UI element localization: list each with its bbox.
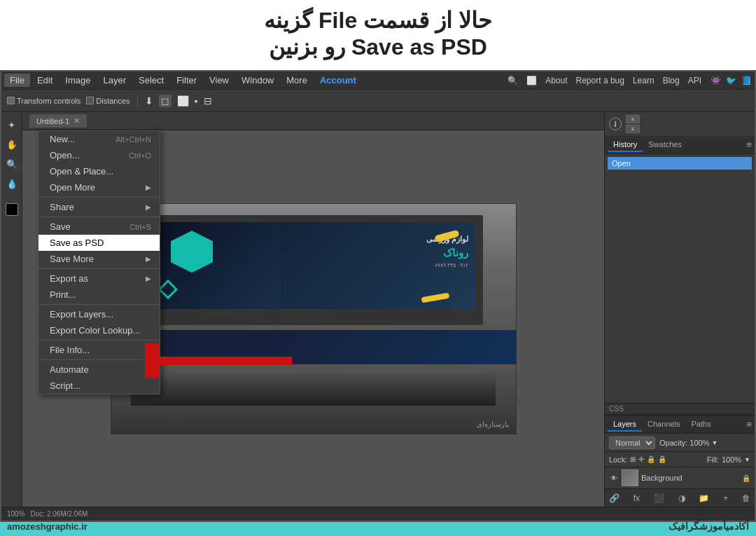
- layer-mask-icon[interactable]: ⬛: [654, 493, 664, 503]
- fm-open[interactable]: Open... Ctrl+O: [38, 147, 160, 163]
- panel-action-2[interactable]: ≡: [626, 125, 640, 133]
- search-icon[interactable]: 🔍: [507, 76, 518, 85]
- menu-more[interactable]: More: [281, 74, 313, 87]
- layer-add-icon[interactable]: +: [723, 493, 728, 503]
- twitter-icon[interactable]: 🐦: [725, 75, 736, 86]
- tab-channels[interactable]: Channels: [642, 418, 685, 432]
- history-panel-options[interactable]: ≡: [746, 139, 752, 150]
- canvas-tab-item[interactable]: Untitled-1 ✕: [29, 114, 87, 128]
- menu-filter[interactable]: Filter: [171, 74, 202, 87]
- blend-mode-select[interactable]: Normal: [609, 437, 655, 449]
- lock-artboard-icon[interactable]: 🔒: [647, 455, 655, 463]
- lock-icon-layer: 🔒: [742, 474, 750, 482]
- tab-layers[interactable]: Layers: [608, 418, 642, 432]
- download-icon[interactable]: ⬇: [145, 95, 153, 106]
- fm-export-color[interactable]: Export Color Lookup...: [38, 322, 160, 338]
- nav-about[interactable]: About: [545, 76, 567, 85]
- menu-file[interactable]: File: [4, 74, 30, 87]
- layer-name: Background: [641, 474, 682, 482]
- fm-new[interactable]: New... Alt+Ctrl+N: [38, 131, 160, 147]
- layer-link-icon[interactable]: 🔗: [609, 493, 620, 503]
- panel-action-1[interactable]: ≡: [626, 115, 640, 123]
- layer-folder-icon[interactable]: 📁: [699, 493, 709, 503]
- nav-report-bug[interactable]: Report a bug: [576, 76, 624, 85]
- history-item-open[interactable]: Open: [608, 157, 752, 170]
- layer-item-background[interactable]: 👁 Background 🔒: [605, 467, 755, 488]
- layer-delete-icon[interactable]: 🗑: [742, 493, 750, 503]
- nav-learn[interactable]: Learn: [633, 76, 654, 85]
- transform-controls-checkbox[interactable]: Transform controls: [7, 97, 80, 105]
- fm-print[interactable]: Print...: [38, 287, 160, 303]
- fm-export-color-label: Export Color Lookup...: [50, 325, 140, 336]
- menu-window[interactable]: Window: [236, 74, 279, 87]
- fm-open-more-arrow: ▶: [146, 184, 151, 191]
- canvas-tab-close[interactable]: ✕: [74, 116, 80, 125]
- lock-all-icon[interactable]: 🔒: [658, 455, 666, 463]
- tab-paths[interactable]: Paths: [686, 418, 717, 432]
- hand-tool[interactable]: ✋: [4, 136, 20, 153]
- menu-view[interactable]: View: [204, 74, 234, 87]
- fm-export-as[interactable]: Export as ▶: [38, 270, 160, 287]
- fill-arrow[interactable]: ▼: [744, 456, 750, 463]
- tab-swatches[interactable]: Swatches: [643, 138, 687, 152]
- canvas-tab-name: Untitled-1: [36, 117, 69, 125]
- layer-bottom-bar: 🔗 fx ⬛ ◑ 📁 + 🗑: [605, 488, 755, 507]
- distribute-icon[interactable]: ⊟: [204, 95, 212, 106]
- menu-select[interactable]: Select: [133, 74, 169, 87]
- fm-sep3: [38, 268, 160, 269]
- info-circle-icon[interactable]: ℹ: [609, 118, 622, 130]
- layer-thumbnail: [622, 469, 638, 486]
- menu-layer[interactable]: Layer: [98, 74, 132, 87]
- document-info: Doc: 2.06M/2.06M: [31, 510, 88, 518]
- fm-print-label: Print...: [50, 289, 76, 300]
- fm-file-info[interactable]: File Info...: [38, 342, 160, 358]
- fm-script[interactable]: Script...: [38, 378, 160, 394]
- fm-open-place[interactable]: Open & Place...: [38, 163, 160, 179]
- fm-export-layers[interactable]: Export Layers...: [38, 306, 160, 322]
- layer-visibility-toggle[interactable]: 👁: [609, 473, 619, 483]
- lock-checkerboard-icon[interactable]: ⊞: [630, 455, 636, 463]
- zoom-tool[interactable]: 🔍: [4, 156, 20, 172]
- layers-controls: Normal Opacity: 100% ▼: [605, 434, 755, 452]
- lock-move-icon[interactable]: ✛: [638, 455, 644, 463]
- opacity-arrow[interactable]: ▼: [712, 439, 718, 446]
- layer-adjustments-icon[interactable]: ◑: [678, 493, 685, 503]
- menu-account[interactable]: Account: [314, 74, 362, 87]
- opacity-value[interactable]: 100%: [690, 439, 709, 447]
- fm-open-more[interactable]: Open More ▶: [38, 179, 160, 195]
- fm-new-shortcut: Alt+Ctrl+N: [115, 135, 151, 144]
- history-panel-content: Open: [605, 154, 755, 403]
- fm-save-more[interactable]: Save More ▶: [38, 251, 160, 267]
- fill-value[interactable]: 100%: [722, 455, 741, 464]
- fm-save-as-psd[interactable]: Save as PSD: [38, 235, 160, 251]
- distances-label: Distances: [96, 97, 130, 105]
- history-swatches-tab-group: History Swatches: [608, 138, 687, 152]
- reddit-icon[interactable]: 👾: [710, 75, 721, 86]
- align-left-icon[interactable]: ◻: [159, 95, 172, 107]
- file-menu-dropdown: New... Alt+Ctrl+N Open... Ctrl+O Open & …: [38, 130, 160, 394]
- menu-image[interactable]: Image: [59, 74, 96, 87]
- align-right-icon[interactable]: ▪: [195, 95, 198, 106]
- align-center-icon[interactable]: ⬜: [177, 95, 189, 106]
- footer-left: amozeshgraphic.ir: [7, 521, 88, 532]
- fm-automate[interactable]: Automate ▶: [38, 362, 160, 378]
- fm-export-layers-label: Export Layers...: [50, 309, 113, 319]
- fm-share[interactable]: Share ▶: [38, 199, 160, 215]
- foreground-color[interactable]: [6, 203, 18, 216]
- lock-label: Lock:: [609, 455, 627, 464]
- distances-checkbox[interactable]: Distances: [86, 97, 130, 105]
- layers-panel-options[interactable]: ≡: [746, 419, 752, 430]
- history-swatches-tabs: History Swatches ≡: [605, 136, 755, 154]
- facebook-icon[interactable]: 📘: [741, 75, 752, 86]
- nav-api[interactable]: API: [688, 76, 701, 85]
- fm-file-info-label: File Info...: [50, 345, 90, 355]
- nav-blog[interactable]: Blog: [663, 76, 680, 85]
- fm-save[interactable]: Save Ctrl+S: [38, 219, 160, 235]
- eyedropper-tool[interactable]: 💧: [4, 175, 20, 192]
- tab-history[interactable]: History: [608, 138, 643, 152]
- menu-edit[interactable]: Edit: [31, 74, 58, 87]
- transform-controls-label: Transform controls: [17, 97, 80, 105]
- move-tool[interactable]: ✦: [4, 116, 20, 133]
- layer-fx-icon[interactable]: fx: [634, 493, 640, 503]
- fm-sep2: [38, 217, 160, 217]
